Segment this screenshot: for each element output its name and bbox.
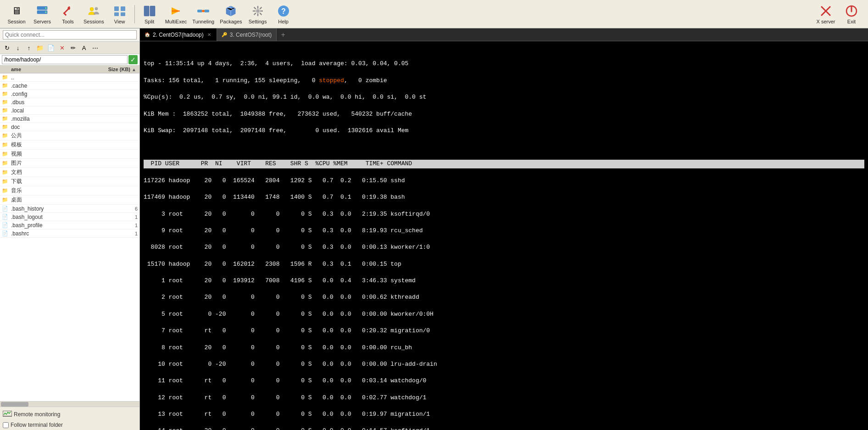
multiexec-button[interactable]: MultiExec bbox=[162, 1, 190, 27]
view-button[interactable]: View bbox=[107, 1, 133, 27]
view-icon bbox=[112, 4, 127, 18]
sidebar-rename-button[interactable]: ✏ bbox=[68, 43, 78, 53]
remote-monitoring-label: Remote monitoring bbox=[14, 411, 60, 418]
folder-icon: 📁 bbox=[2, 197, 9, 203]
tab1-icon: 🏠 bbox=[145, 32, 150, 37]
sidebar-new-file-button[interactable]: 📄 bbox=[46, 43, 56, 53]
file-item[interactable]: 📁公共 bbox=[0, 131, 139, 140]
tab2-icon: 🔑 bbox=[222, 32, 227, 37]
sidebar-upload-button[interactable]: ↑ bbox=[24, 43, 34, 53]
file-item[interactable]: 📁文档 bbox=[0, 168, 139, 177]
sort-icon[interactable]: ▲ bbox=[130, 67, 138, 72]
sidebar-delete-button[interactable]: ✕ bbox=[57, 43, 67, 53]
file-item[interactable]: 📄.bash_history6 bbox=[0, 205, 139, 213]
path-ok-button[interactable]: ✓ bbox=[128, 55, 138, 64]
split-icon bbox=[142, 4, 157, 18]
folder-icon: 📁 bbox=[2, 151, 9, 157]
exit-button[interactable]: Exit bbox=[839, 1, 864, 27]
xserver-button[interactable]: X server bbox=[813, 1, 839, 27]
help-button[interactable]: ? Help bbox=[271, 1, 296, 27]
terminal-line: 9 root 20 0 0 0 0 S 0.3 0.0 8:19.93 rcu_… bbox=[144, 227, 864, 235]
tunneling-button[interactable]: Tunneling bbox=[189, 1, 217, 27]
file-item[interactable]: 📁.mozilla bbox=[0, 115, 139, 123]
svg-point-6 bbox=[95, 7, 98, 10]
follow-terminal-checkbox[interactable] bbox=[3, 422, 9, 428]
terminal-line: 8028 root 20 0 0 0 0 S 0.3 0.0 0:00.13 k… bbox=[144, 243, 864, 251]
terminal-line: PID USER PR NI VIRT RES SHR S %CPU %MEM … bbox=[144, 160, 864, 168]
packages-label: Packages bbox=[220, 19, 242, 24]
file-name: 公共 bbox=[11, 132, 101, 140]
file-name: 文档 bbox=[11, 168, 101, 176]
main-layout: ↻ ↓ ↑ 📁 📄 ✕ ✏ A ⋯ /home/hadoop/ ✓ ame Si… bbox=[0, 28, 868, 430]
sidebar-more-button[interactable]: ⋯ bbox=[90, 43, 100, 53]
remote-monitoring-button[interactable]: Remote monitoring bbox=[3, 409, 137, 420]
file-item[interactable]: 📄.bash_profile1 bbox=[0, 221, 139, 229]
sessions-button[interactable]: Sessions bbox=[81, 1, 107, 27]
file-item[interactable]: 📁doc bbox=[0, 123, 139, 131]
file-name: .dbus bbox=[11, 99, 101, 106]
sidebar-horizontal-scrollbar[interactable] bbox=[0, 401, 139, 407]
folder-icon: 📁 bbox=[2, 83, 9, 89]
quick-connect-input[interactable] bbox=[3, 30, 137, 39]
file-item[interactable]: 📁桌面 bbox=[0, 195, 139, 205]
folder-icon: 📁 bbox=[2, 99, 9, 105]
xserver-icon bbox=[818, 4, 833, 18]
file-item[interactable]: 📁.config bbox=[0, 90, 139, 98]
terminal-line bbox=[144, 143, 864, 151]
tunneling-icon bbox=[196, 4, 211, 18]
multiexec-icon bbox=[168, 4, 183, 18]
folder-icon: 📁 bbox=[2, 74, 9, 80]
sidebar-toolbar: ↻ ↓ ↑ 📁 📄 ✕ ✏ A ⋯ bbox=[0, 42, 139, 54]
path-input[interactable]: /home/hadoop/ bbox=[2, 55, 128, 64]
help-icon: ? bbox=[276, 4, 291, 18]
file-size: 6 bbox=[101, 206, 138, 212]
file-item[interactable]: 📁.local bbox=[0, 106, 139, 115]
file-item[interactable]: 📁视频 bbox=[0, 150, 139, 159]
sidebar-refresh-button[interactable]: ↻ bbox=[2, 43, 12, 53]
tab-centos7-hadoop[interactable]: 🏠 2. CentOS7(hadoop) ✕ bbox=[140, 28, 217, 41]
session-button[interactable]: 🖥 Session bbox=[4, 1, 29, 27]
terminal-line: 117469 hadoop 20 0 113440 1748 1400 S 0.… bbox=[144, 193, 864, 201]
file-icon: 📄 bbox=[2, 214, 9, 220]
file-name: .local bbox=[11, 107, 101, 114]
settings-button[interactable]: Settings bbox=[245, 1, 271, 27]
hscroll-thumb[interactable] bbox=[1, 402, 28, 407]
file-item[interactable]: 📁音乐 bbox=[0, 186, 139, 195]
terminal-content[interactable]: top - 11:35:14 up 4 days, 2:36, 4 users,… bbox=[140, 41, 868, 430]
file-list: 📁..📁.cache📁.config📁.dbus📁.local📁.mozilla… bbox=[0, 73, 139, 401]
file-item[interactable]: 📁.. bbox=[0, 73, 139, 82]
settings-icon bbox=[250, 4, 265, 18]
file-item[interactable]: 📁.dbus bbox=[0, 98, 139, 106]
sidebar-new-folder-button[interactable]: 📁 bbox=[35, 43, 45, 53]
tools-button[interactable]: Tools bbox=[55, 1, 81, 27]
tab1-close[interactable]: ✕ bbox=[206, 32, 212, 37]
file-item[interactable]: 📁图片 bbox=[0, 159, 139, 168]
xserver-label: X server bbox=[817, 19, 835, 24]
tools-icon bbox=[61, 4, 75, 18]
folder-icon: 📁 bbox=[2, 107, 9, 113]
sidebar-download-button[interactable]: ↓ bbox=[13, 43, 23, 53]
terminal-line: 2 root 20 0 0 0 0 S 0.0 0.0 0:00.62 kthr… bbox=[144, 293, 864, 302]
file-item[interactable]: 📄.bashrc1 bbox=[0, 229, 139, 238]
file-item[interactable]: 📄.bash_logout1 bbox=[0, 213, 139, 221]
file-item[interactable]: 📁下载 bbox=[0, 177, 139, 186]
name-column-header: ame bbox=[11, 67, 94, 72]
file-name: .bash_logout bbox=[11, 214, 101, 220]
tab-add-button[interactable]: + bbox=[277, 28, 289, 41]
file-item[interactable]: 📁模板 bbox=[0, 140, 139, 150]
terminal-line: 10 root 0 -20 0 0 0 S 0.0 0.0 0:00.00 lr… bbox=[144, 360, 864, 369]
split-button[interactable]: Split bbox=[137, 1, 162, 27]
tab-centos7-root[interactable]: 🔑 3. CentOS7(root) bbox=[217, 28, 277, 41]
terminal-line: 1 root 20 0 193912 7008 4196 S 0.0 0.4 3… bbox=[144, 277, 864, 285]
sidebar-edit-button[interactable]: A bbox=[79, 43, 89, 53]
file-item[interactable]: 📁.cache bbox=[0, 82, 139, 90]
toolbar-separator-1 bbox=[134, 5, 135, 23]
file-name: 视频 bbox=[11, 150, 101, 158]
folder-icon: 📁 bbox=[2, 169, 9, 175]
tools-label: Tools bbox=[62, 19, 74, 24]
svg-rect-9 bbox=[114, 12, 119, 16]
svg-rect-7 bbox=[114, 6, 119, 11]
servers-button[interactable]: Servers bbox=[29, 1, 55, 27]
sidebar: ↻ ↓ ↑ 📁 📄 ✕ ✏ A ⋯ /home/hadoop/ ✓ ame Si… bbox=[0, 28, 140, 430]
packages-button[interactable]: Packages bbox=[217, 1, 245, 27]
